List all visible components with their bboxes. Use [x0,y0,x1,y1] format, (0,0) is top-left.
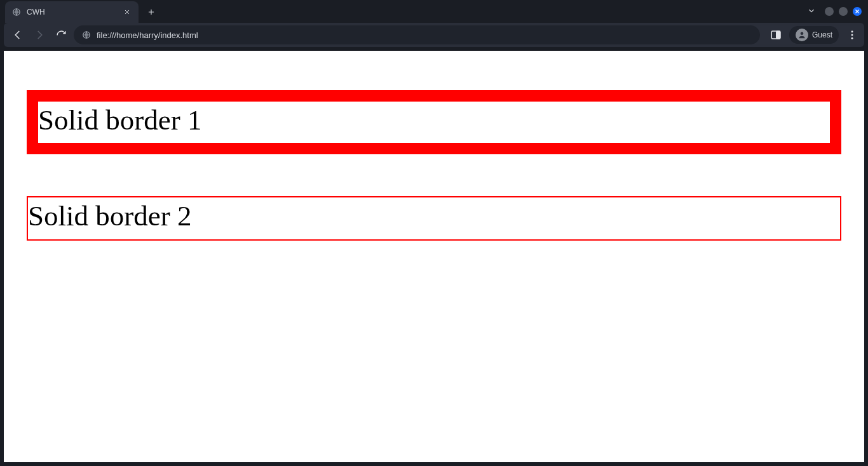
browser-tab[interactable]: CWH [5,1,139,23]
tab-bar: CWH [0,0,868,23]
heading-solid-border-1: Solid border 1 [27,90,841,154]
address-bar[interactable]: file:///home/harry/index.html [74,25,760,44]
window-minimize-button[interactable] [825,7,834,16]
address-text: file:///home/harry/index.html [97,30,752,40]
page-viewport[interactable]: Solid border 1 Solid border 2 [4,51,864,462]
kebab-menu-icon[interactable] [845,28,859,42]
new-tab-button[interactable] [142,3,160,21]
back-button[interactable] [9,26,27,44]
svg-point-4 [801,32,804,35]
profile-button[interactable]: Guest [789,26,839,44]
close-icon[interactable] [122,7,132,17]
browser-toolbar: file:///home/harry/index.html Guest [4,23,864,47]
avatar-icon [796,29,808,41]
window-maximize-button[interactable] [839,7,848,16]
window-close-button[interactable] [853,7,862,16]
toolbar-right: Guest [764,26,859,44]
reload-button[interactable] [52,26,70,44]
side-panel-icon[interactable] [769,28,783,42]
tab-title: CWH [27,8,117,17]
svg-point-6 [851,34,853,36]
globe-icon [11,7,22,17]
svg-point-7 [851,37,853,39]
page-body: Solid border 1 Solid border 2 [9,56,859,256]
globe-icon [81,30,92,40]
svg-point-5 [851,30,853,32]
browser-chrome: CWH [0,0,868,462]
chevron-down-icon[interactable] [807,6,816,17]
profile-label: Guest [812,30,832,39]
forward-button[interactable] [31,26,48,44]
svg-rect-3 [776,31,780,39]
window-controls [807,0,868,23]
heading-solid-border-2: Solid border 2 [27,196,841,241]
